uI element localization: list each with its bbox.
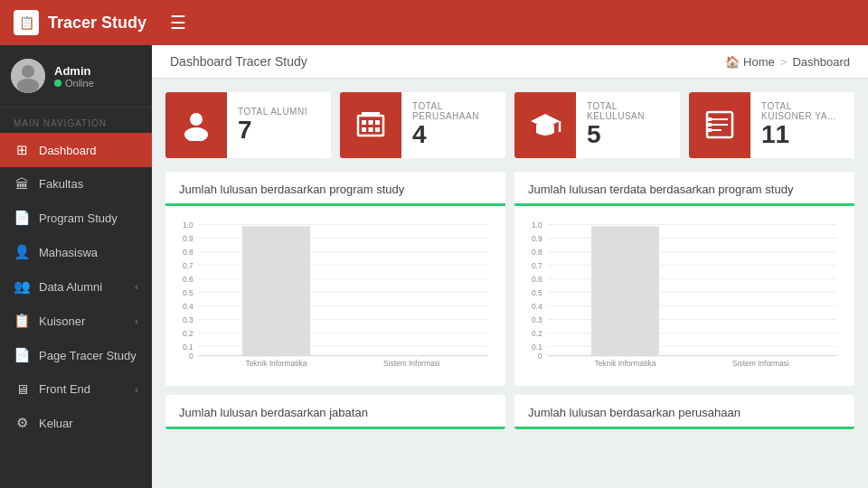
svg-rect-8: [375, 120, 380, 125]
sidebar-item-program-study[interactable]: 📄 Program Study: [0, 201, 152, 235]
kuisoner-stat-value: 11: [761, 121, 844, 149]
sidebar-item-data-alumni[interactable]: 👥 Data Alumni ‹: [0, 269, 152, 304]
sidebar-item-front-end[interactable]: 🖥 Front End ‹: [0, 372, 152, 406]
svg-text:0.7: 0.7: [532, 261, 542, 270]
chart-1-svg: 1.0 0.9 0.8 0.7 0.6 0.5 0.4 0.3 0.2 0.1 …: [175, 211, 496, 373]
breadcrumb-separator: >: [780, 55, 788, 69]
username: Admin: [54, 64, 94, 78]
perusahaan-info: TOTAL PERUSAHAAN 4: [401, 92, 505, 158]
alumni-value: 7: [238, 117, 307, 145]
svg-point-2: [17, 79, 39, 93]
svg-text:Sistem Informasi: Sistem Informasi: [383, 359, 440, 368]
mahasiswa-icon: 👤: [14, 244, 30, 260]
svg-rect-5: [358, 116, 383, 136]
sidebar-item-fakultas[interactable]: 🏛 Fakultas: [0, 167, 152, 201]
chevron-icon: ‹: [135, 384, 138, 395]
svg-text:0.6: 0.6: [532, 275, 542, 284]
svg-text:0.6: 0.6: [183, 275, 193, 284]
breadcrumb-current: Dashboard: [792, 55, 850, 69]
program-study-icon: 📄: [14, 210, 30, 226]
sidebar-item-label: Data Alumni: [39, 280, 102, 294]
kuisoner-stat-label: TOTAL KUISONER YA...: [761, 101, 844, 121]
svg-text:0.3: 0.3: [532, 315, 542, 324]
svg-text:0.2: 0.2: [183, 329, 193, 338]
svg-text:0.2: 0.2: [532, 329, 542, 338]
chart-2-title: Jumlah lulusan terdata berdasarkan progr…: [514, 172, 854, 206]
sidebar-item-dashboard[interactable]: ⊞ Dashboard: [0, 133, 152, 167]
chart-3-title: Jumlah lulusan berdasarkan jabatan: [165, 395, 505, 429]
sidebar-item-label: Dashboard: [39, 144, 97, 157]
kuisoner-stat-icon: [689, 92, 750, 158]
svg-rect-21: [708, 128, 712, 132]
fakultas-icon: 🏛: [14, 176, 30, 192]
svg-text:Teknik Informatika: Teknik Informatika: [594, 359, 656, 368]
svg-rect-7: [369, 120, 373, 125]
svg-rect-6: [362, 120, 366, 125]
sidebar-item-kuisoner[interactable]: 📋 Kuisoner ‹: [0, 304, 152, 338]
sidebar-item-page-tracer[interactable]: 📄 Page Tracer Study: [0, 338, 152, 372]
svg-text:Sistem Informasi: Sistem Informasi: [732, 359, 789, 368]
data-alumni-icon: 👥: [14, 278, 30, 295]
brand: 📋 Tracer Study: [14, 10, 165, 35]
chart-2-svg: 1.0 0.9 0.8 0.7 0.6 0.5 0.4 0.3 0.2 0.1 …: [524, 211, 845, 373]
svg-rect-44: [242, 226, 310, 355]
svg-rect-19: [708, 117, 712, 121]
sidebar-item-label: Program Study: [39, 211, 118, 225]
stat-card-kelulusan: TOTAL KELULUSAN 5: [514, 92, 680, 158]
page-tracer-icon: 📄: [14, 347, 30, 363]
kelulusan-label: TOTAL KELULUSAN: [587, 101, 669, 121]
kelulusan-icon: [514, 92, 576, 158]
sidebar: Admin Online MAIN NAVIGATION ⊞ Dashboard…: [0, 45, 152, 488]
svg-text:0.5: 0.5: [183, 288, 193, 297]
alumni-icon: [165, 92, 227, 158]
alumni-label: TOTAL ALUMNI: [238, 107, 307, 117]
chart-card-4: Jumlah lulusan berdasarkan perusahaan: [514, 395, 854, 429]
svg-text:0.9: 0.9: [183, 234, 193, 243]
svg-text:1.0: 1.0: [532, 221, 542, 230]
svg-text:0: 0: [538, 351, 542, 360]
kuisoner-icon: 📋: [14, 313, 30, 329]
svg-text:0.4: 0.4: [183, 302, 193, 311]
sidebar-item-label: Fakultas: [39, 177, 83, 191]
svg-point-1: [22, 65, 34, 78]
svg-rect-20: [708, 123, 712, 127]
svg-text:0.8: 0.8: [183, 248, 193, 257]
svg-text:0.4: 0.4: [532, 302, 542, 311]
sidebar-item-label: Mahasiswa: [39, 246, 98, 259]
brand-icon: 📋: [14, 10, 39, 35]
avatar: [11, 59, 45, 93]
chart-row-2: Jumlah lulusan berdasarkan jabatan Jumla…: [165, 395, 854, 429]
sidebar-user: Admin Online: [0, 45, 152, 108]
front-end-icon: 🖥: [14, 381, 30, 397]
chevron-icon: ‹: [135, 281, 138, 292]
dashboard-icon: ⊞: [14, 142, 30, 158]
svg-text:0: 0: [189, 351, 193, 360]
perusahaan-value: 4: [412, 121, 495, 149]
sidebar-item-label: Front End: [39, 382, 90, 396]
sidebar-item-label: Kuisoner: [39, 314, 85, 328]
svg-rect-9: [362, 127, 366, 132]
sidebar-item-mahasiswa[interactable]: 👤 Mahasiswa: [0, 235, 152, 269]
chart-card-3: Jumlah lulusan berdasarkan jabatan: [165, 395, 505, 429]
stat-card-perusahaan: TOTAL PERUSAHAAN 4: [340, 92, 505, 158]
chart-1-title: Jumlah lulusan berdasarkan program study: [165, 172, 505, 206]
user-info: Admin Online: [54, 64, 94, 89]
status-dot: [54, 80, 61, 87]
svg-point-3: [190, 113, 203, 126]
svg-text:0.7: 0.7: [183, 261, 193, 270]
stat-cards: TOTAL ALUMNI 7: [165, 92, 854, 158]
svg-text:0.9: 0.9: [532, 234, 542, 243]
perusahaan-label: TOTAL PERUSAHAAN: [412, 101, 495, 121]
svg-text:0.8: 0.8: [532, 248, 542, 257]
sidebar-item-label: Keluar: [39, 417, 73, 430]
sidebar-item-keluar[interactable]: ⚙ Keluar: [0, 406, 152, 440]
perusahaan-icon: [340, 92, 401, 158]
content-area: Dashboard Tracer Study 🏠 Home > Dashboar…: [152, 45, 868, 488]
home-icon: 🏠: [725, 55, 740, 69]
chevron-icon: ‹: [135, 315, 138, 326]
svg-rect-69: [591, 226, 659, 355]
page-title: Dashboard Tracer Study: [170, 54, 307, 69]
chart-card-2: Jumlah lulusan terdata berdasarkan progr…: [514, 172, 854, 386]
keluar-icon: ⚙: [14, 415, 30, 431]
hamburger-button[interactable]: ☰: [165, 7, 191, 38]
